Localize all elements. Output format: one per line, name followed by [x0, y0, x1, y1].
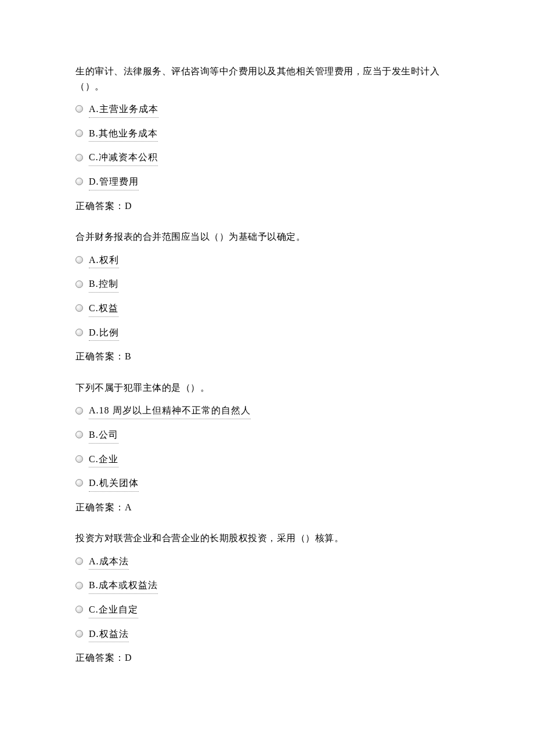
option-label: A.主营业务成本 [89, 102, 158, 118]
option-row[interactable]: A.18 周岁以上但精神不正常的自然人 [75, 403, 459, 419]
radio-icon[interactable] [75, 479, 83, 487]
correct-answer: 正确答案：B [75, 349, 459, 364]
radio-icon[interactable] [75, 455, 83, 463]
correct-answer: 正确答案：D [75, 199, 459, 214]
question-block: 投资方对联营企业和合营企业的长期股权投资，采用（）核算。 A.成本法 B.成本或… [75, 531, 459, 665]
radio-icon[interactable] [75, 129, 83, 137]
option-row[interactable]: B.成本或权益法 [75, 578, 459, 594]
radio-icon[interactable] [75, 256, 83, 264]
question-text: 投资方对联营企业和合营企业的长期股权投资，采用（）核算。 [75, 531, 459, 546]
option-label: A.成本法 [89, 554, 129, 570]
option-row[interactable]: D.管理费用 [75, 174, 459, 190]
option-row[interactable]: D.比例 [75, 325, 459, 341]
option-label: B.控制 [89, 276, 118, 293]
option-label: C.权益 [89, 301, 118, 317]
option-label: D.管理费用 [89, 174, 139, 190]
option-row[interactable]: B.公司 [75, 427, 459, 444]
option-label: B.其他业务成本 [89, 126, 158, 142]
radio-icon[interactable] [75, 582, 83, 589]
option-label: D.机关团体 [89, 476, 139, 492]
radio-icon[interactable] [75, 606, 83, 613]
question-block: 下列不属于犯罪主体的是（）。 A.18 周岁以上但精神不正常的自然人 B.公司 … [75, 380, 459, 515]
option-row[interactable]: D.机关团体 [75, 476, 459, 492]
option-row[interactable]: A.成本法 [75, 554, 459, 570]
radio-icon[interactable] [75, 154, 83, 161]
radio-icon[interactable] [75, 304, 83, 312]
option-row[interactable]: C.企业 [75, 452, 459, 468]
radio-icon[interactable] [75, 557, 83, 565]
option-label: B.公司 [89, 427, 118, 444]
radio-icon[interactable] [75, 178, 83, 185]
correct-answer: 正确答案：D [75, 650, 459, 665]
option-label: C.冲减资本公积 [89, 150, 158, 166]
option-row[interactable]: C.冲减资本公积 [75, 150, 459, 166]
option-row[interactable]: C.权益 [75, 301, 459, 317]
radio-icon[interactable] [75, 105, 83, 113]
radio-icon[interactable] [75, 630, 83, 638]
option-row[interactable]: B.控制 [75, 276, 459, 293]
option-label: C.企业 [89, 452, 118, 468]
question-text: 生的审计、法律服务、评估咨询等中介费用以及其他相关管理费用，应当于发生时计入（）… [75, 64, 459, 93]
option-label: A.18 周岁以上但精神不正常的自然人 [89, 403, 251, 419]
option-label: D.权益法 [89, 627, 129, 643]
option-row[interactable]: A.主营业务成本 [75, 102, 459, 118]
option-row[interactable]: A.权利 [75, 253, 459, 269]
question-block: 生的审计、法律服务、评估咨询等中介费用以及其他相关管理费用，应当于发生时计入（）… [75, 64, 459, 213]
option-row[interactable]: B.其他业务成本 [75, 126, 459, 142]
question-block: 合并财务报表的合并范围应当以（）为基础予以确定。 A.权利 B.控制 C.权益 … [75, 229, 459, 364]
radio-icon[interactable] [75, 280, 83, 288]
correct-answer: 正确答案：A [75, 500, 459, 515]
option-label: B.成本或权益法 [89, 578, 158, 594]
option-row[interactable]: D.权益法 [75, 627, 459, 643]
option-label: A.权利 [89, 253, 119, 269]
question-text: 下列不属于犯罪主体的是（）。 [75, 380, 459, 395]
question-text: 合并财务报表的合并范围应当以（）为基础予以确定。 [75, 229, 459, 244]
radio-icon[interactable] [75, 329, 83, 336]
option-label: C.企业自定 [89, 602, 138, 618]
radio-icon[interactable] [75, 431, 83, 438]
radio-icon[interactable] [75, 407, 83, 415]
option-label: D.比例 [89, 325, 119, 341]
option-row[interactable]: C.企业自定 [75, 602, 459, 618]
